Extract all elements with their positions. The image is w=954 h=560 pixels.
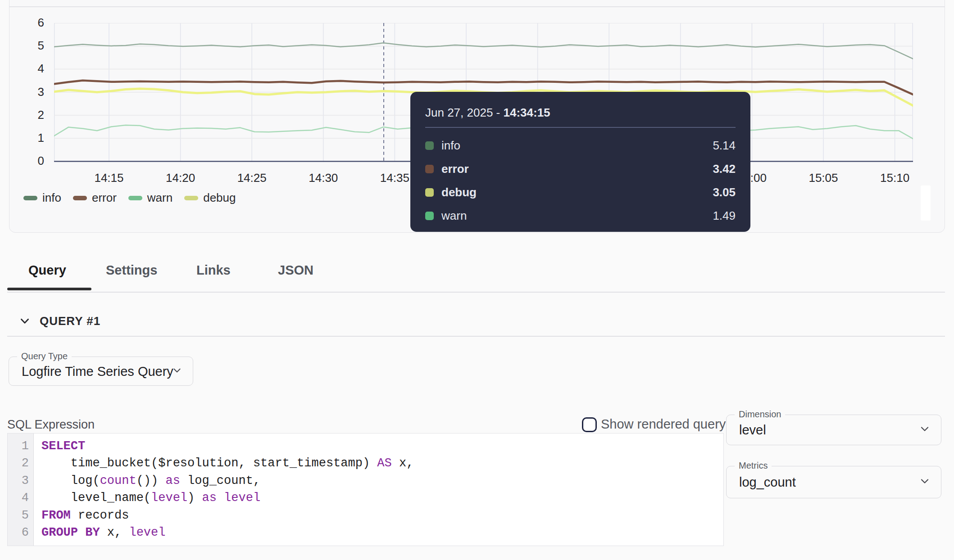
chart-legend: infoerrorwarndebug [23, 191, 236, 205]
line-number: 3 [8, 472, 29, 489]
tab-links[interactable]: Links [196, 263, 231, 278]
series-swatch [425, 188, 434, 197]
series-swatch [425, 141, 434, 150]
query-type-select[interactable]: Query Type Logfire Time Series Query [9, 357, 193, 386]
tab-query[interactable]: Query [28, 263, 66, 278]
series-value: 3.42 [713, 162, 736, 176]
legend-item-warn[interactable]: warn [128, 191, 173, 205]
sql-code-editor[interactable]: 123456 SELECT time_bucket($resolution, s… [7, 433, 724, 546]
series-value: 5.14 [713, 139, 736, 153]
tooltip-row-warn: warn1.49 [425, 204, 736, 228]
tooltip-timestamp: Jun 27, 2025 - 14:34:15 [425, 106, 736, 120]
line-number: 2 [8, 455, 29, 472]
series-name: debug [441, 185, 477, 199]
metrics-select[interactable]: Metrics log_count [726, 466, 941, 498]
line-number: 6 [8, 524, 29, 541]
x-tick-label: 14:20 [158, 171, 203, 185]
legend-item-debug[interactable]: debug [184, 191, 236, 205]
code-line: GROUP BY x, level [41, 524, 413, 541]
dashboard-panel-editor: { "chart": { "y_ticks": ["6","5","4","3"… [0, 0, 954, 560]
x-tick-label: 15:05 [801, 171, 846, 185]
tooltip-rows: info5.14error3.42debug3.05warn1.49 [425, 134, 736, 228]
x-tick-label: 15:10 [872, 171, 918, 185]
metrics-value: log_count [739, 475, 796, 490]
y-tick-label: 0 [9, 154, 44, 168]
chevron-down-icon [918, 475, 931, 489]
dimension-value: level [739, 423, 766, 438]
chevron-down-icon [19, 315, 31, 327]
tab-json[interactable]: JSON [278, 263, 313, 278]
series-swatch [425, 165, 434, 173]
series-swatch [425, 212, 434, 220]
series-value: 3.05 [713, 185, 736, 199]
query-section-collapse-button[interactable] [19, 315, 31, 327]
series-line-info [54, 43, 913, 59]
code-content[interactable]: SELECT time_bucket($resolution, start_ti… [34, 434, 413, 546]
line-number: 5 [8, 507, 29, 524]
legend-label: debug [203, 191, 236, 205]
legend-swatch [23, 196, 37, 200]
show-rendered-query-label[interactable]: Show rendered query [601, 417, 726, 432]
code-line: log(count()) as log_count, [41, 472, 413, 489]
chart-card-header-divider [9, 6, 945, 7]
chevron-down-icon [918, 423, 931, 437]
legend-label: error [92, 191, 117, 205]
query-type-value: Logfire Time Series Query [22, 364, 173, 379]
x-tick-label: 14:15 [86, 171, 132, 185]
line-number: 1 [8, 438, 29, 455]
legend-item-info[interactable]: info [23, 191, 61, 205]
y-tick-label: 1 [9, 131, 44, 145]
y-tick-label: 5 [9, 39, 44, 53]
legend-item-error[interactable]: error [73, 191, 117, 205]
legend-label: info [42, 191, 61, 205]
dimension-label: Dimension [735, 409, 785, 420]
chart-tooltip: Jun 27, 2025 - 14:34:15 info5.14error3.4… [410, 92, 750, 232]
y-tick-label: 6 [9, 16, 44, 30]
scrollbar-thumb[interactable] [921, 185, 931, 221]
show-rendered-query-checkbox[interactable] [582, 417, 597, 432]
y-tick-label: 2 [9, 108, 44, 122]
tooltip-row-error: error3.42 [425, 158, 736, 181]
legend-swatch [184, 196, 198, 200]
code-line: level_name(level) as level [41, 489, 413, 506]
code-line-numbers: 123456 [8, 434, 34, 546]
active-tab-underline [7, 288, 91, 290]
dimension-select[interactable]: Dimension level [726, 415, 941, 445]
x-tick-label: 14:25 [229, 171, 274, 185]
y-tick-label: 3 [9, 85, 44, 99]
series-name: info [441, 139, 460, 153]
tabs-divider [7, 292, 945, 293]
code-line: FROM records [41, 507, 413, 524]
tooltip-row-info: info5.14 [425, 134, 736, 158]
tab-settings[interactable]: Settings [106, 263, 157, 278]
tooltip-row-debug: debug3.05 [425, 181, 736, 204]
series-value: 1.49 [713, 209, 736, 223]
x-tick-label: 14:30 [301, 171, 346, 185]
sql-expression-label: SQL Expression [7, 418, 95, 432]
code-line: time_bucket($resolution, start_timestamp… [41, 455, 413, 472]
line-number: 4 [8, 489, 29, 506]
query-section-title: QUERY #1 [40, 314, 100, 328]
metrics-label: Metrics [735, 461, 772, 471]
series-name: error [441, 162, 469, 176]
legend-label: warn [147, 191, 173, 205]
legend-swatch [73, 196, 87, 200]
query-type-label: Query Type [17, 351, 72, 361]
tooltip-divider [425, 127, 736, 128]
series-name: warn [441, 209, 467, 223]
code-line: SELECT [41, 438, 413, 455]
chevron-down-icon [171, 365, 183, 378]
query-section-divider [7, 336, 945, 337]
legend-swatch [128, 196, 142, 200]
y-tick-label: 4 [9, 62, 44, 76]
